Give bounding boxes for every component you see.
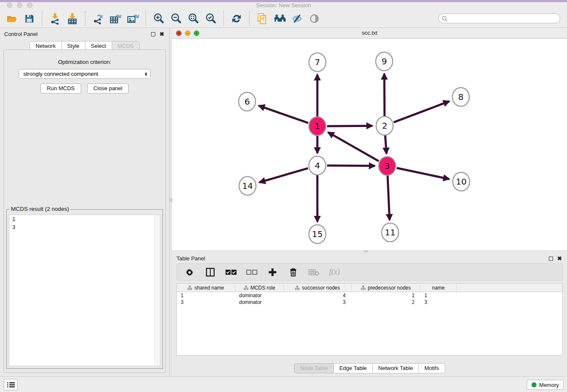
apply-function-icon[interactable]: f(x): [329, 268, 340, 276]
titlebar: Session: New Session: [0, 2, 567, 9]
graph-node-11[interactable]: 11: [382, 223, 399, 242]
graph-edge-1-2[interactable]: [327, 126, 372, 126]
graph-node-4[interactable]: 4: [309, 156, 326, 175]
table-cell[interactable]: 4: [284, 292, 352, 299]
zoom-selected-icon[interactable]: [204, 12, 217, 25]
graph-edge-1-6[interactable]: [259, 106, 308, 123]
table-cell[interactable]: 1: [421, 292, 457, 299]
graph-node-10[interactable]: 10: [453, 172, 470, 191]
graph-node-15[interactable]: 15: [309, 225, 326, 243]
table-cell[interactable]: 3: [421, 299, 457, 306]
graph-edge-2-9[interactable]: [384, 74, 385, 116]
deselect-all-icon[interactable]: [246, 267, 257, 278]
graph-node-7[interactable]: 7: [309, 53, 326, 72]
column-header-successor-nodes[interactable]: successor nodes: [284, 284, 352, 292]
delete-column-icon[interactable]: [288, 267, 299, 278]
network-canvas[interactable]: 7968124310141511: [172, 39, 567, 250]
tab-motifs[interactable]: Motifs: [419, 363, 445, 373]
graph-edge-4-3[interactable]: [327, 166, 375, 166]
graph-node-1[interactable]: 1: [309, 117, 326, 135]
mcds-result-title: MCDS result (2 nodes): [10, 206, 70, 212]
optimization-dropdown[interactable]: strongly connected component ▲▼: [19, 69, 151, 79]
mcds-result-list[interactable]: 13: [9, 215, 160, 366]
task-history-button[interactable]: [4, 379, 18, 390]
save-session-icon[interactable]: [22, 12, 36, 25]
column-header-predecessor-nodes[interactable]: predecessor nodes: [352, 284, 421, 292]
mcds-result-item[interactable]: 1: [9, 215, 160, 223]
graph-edge-4-14[interactable]: [259, 168, 308, 182]
add-column-icon[interactable]: [267, 267, 278, 278]
mcds-result-item[interactable]: 3: [9, 223, 160, 231]
graph-edge-3-10[interactable]: [397, 168, 449, 179]
refresh-icon[interactable]: [230, 12, 243, 25]
column-header-shared-name[interactable]: shared name: [177, 284, 235, 292]
sort-column-icon: [295, 286, 300, 290]
graph-node-8[interactable]: 8: [452, 88, 469, 106]
graph-edge-3-1[interactable]: [328, 132, 379, 161]
node-label: 14: [242, 181, 253, 191]
graph-edge-3-11[interactable]: [388, 176, 390, 220]
toolbar-separator: [42, 11, 42, 26]
zoom-out-icon[interactable]: [169, 12, 183, 25]
table-cell[interactable]: 1: [177, 292, 235, 299]
table-settings-icon[interactable]: [184, 267, 195, 278]
memory-button[interactable]: Memory: [527, 380, 564, 390]
node-table[interactable]: shared nameMCDS rolesuccessor nodesprede…: [176, 283, 563, 356]
table-row[interactable]: 3dominator323: [177, 299, 562, 306]
select-all-icon[interactable]: [226, 267, 237, 278]
import-table-icon[interactable]: [66, 12, 79, 25]
table-cell[interactable]: dominator: [235, 299, 284, 306]
show-hidden-icon[interactable]: [308, 12, 321, 25]
graph-edge-2-8[interactable]: [394, 101, 449, 122]
first-neighbors-icon[interactable]: [273, 12, 286, 25]
float-panel-icon[interactable]: [151, 32, 155, 36]
mcds-result-box: MCDS result (2 nodes) 13: [6, 209, 163, 369]
node-label: 6: [245, 97, 250, 107]
tab-node-table[interactable]: Node Table: [294, 363, 334, 373]
network-view-window: ✕ − + scc.txt 7968124310141511: [172, 28, 567, 250]
zoom-in-icon[interactable]: [152, 12, 165, 25]
clone-network-icon[interactable]: [256, 12, 269, 25]
zoom-fit-icon[interactable]: [187, 12, 200, 25]
delete-table-icon[interactable]: [308, 267, 319, 278]
control-panel: Control Panel ✖ NetworkStyleSelectMCDS O…: [0, 28, 170, 376]
graph-node-9[interactable]: 9: [376, 52, 393, 71]
close-panel-icon[interactable]: ✖: [557, 257, 562, 261]
open-file-icon[interactable]: [5, 12, 19, 25]
table-cell[interactable]: dominator: [235, 292, 284, 299]
toolbar-separator: [85, 11, 85, 26]
export-network-icon[interactable]: [91, 12, 105, 25]
search-input[interactable]: [450, 15, 557, 22]
node-label: 3: [385, 161, 390, 171]
control-panel-title: Control Panel: [4, 31, 38, 37]
node-label: 2: [382, 121, 388, 131]
import-network-icon[interactable]: [48, 12, 62, 25]
float-panel-icon[interactable]: [549, 257, 553, 261]
column-visibility-icon[interactable]: [205, 267, 216, 278]
table-cell[interactable]: 1: [352, 292, 421, 299]
result-scrollbar[interactable]: [154, 215, 160, 366]
table-cell[interactable]: 2: [352, 299, 421, 306]
graph-edge-2-3[interactable]: [385, 135, 386, 154]
graph-node-6[interactable]: 6: [239, 92, 256, 111]
column-header-name[interactable]: name: [421, 284, 457, 292]
table-row[interactable]: 1dominator411: [177, 292, 562, 299]
graph-node-3[interactable]: 3: [379, 157, 396, 175]
node-label: 8: [458, 92, 464, 102]
export-image-icon[interactable]: [126, 12, 140, 25]
graph-node-2[interactable]: 2: [376, 116, 393, 135]
export-table-icon[interactable]: [109, 12, 122, 25]
optimization-dropdown-value: strongly connected component: [23, 71, 98, 77]
tab-edge-table[interactable]: Edge Table: [334, 363, 373, 373]
column-header-mcds-role[interactable]: MCDS role: [235, 284, 284, 292]
table-cell[interactable]: 3: [177, 299, 235, 306]
graph-node-14[interactable]: 14: [239, 177, 256, 195]
search-box[interactable]: [438, 14, 560, 23]
close-panel-button[interactable]: Close panel: [87, 83, 129, 94]
column-label: successor nodes: [302, 285, 340, 291]
table-cell[interactable]: 3: [284, 299, 352, 306]
run-mcds-button[interactable]: Run MCDS: [41, 83, 81, 94]
tab-network-table[interactable]: Network Table: [373, 363, 419, 373]
close-panel-icon[interactable]: ✖: [160, 32, 164, 36]
hide-selected-icon[interactable]: [290, 12, 304, 25]
